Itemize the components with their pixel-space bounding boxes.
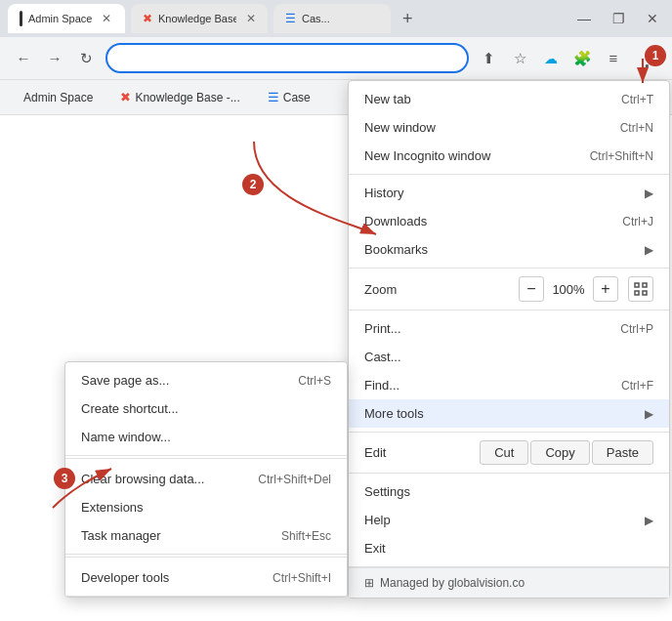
svg-rect-3: [643, 291, 647, 295]
new-tab-button[interactable]: +: [397, 9, 419, 29]
salesforce-icon[interactable]: ☁: [539, 47, 563, 70]
window-controls: — ❐ ✕: [571, 9, 664, 28]
find-item[interactable]: Find... Ctrl+F: [349, 371, 669, 399]
settings-icon-2[interactable]: ≡: [602, 47, 625, 70]
tab-1-title: Admin Space: [28, 13, 92, 24]
extensions-icon[interactable]: 🧩: [570, 47, 594, 70]
extensions-item[interactable]: Extensions: [65, 493, 347, 521]
bookmarks-item[interactable]: Bookmarks ▶: [349, 235, 669, 264]
managed-bar: ⊞ Managed by globalvision.co: [349, 567, 669, 598]
managed-text: Managed by globalvision.co: [380, 576, 525, 590]
downloads-item[interactable]: Downloads Ctrl+J: [349, 207, 669, 235]
menu-section-print: Print... Ctrl+P Cast... Find... Ctrl+F M…: [349, 310, 669, 433]
step-3-indicator: 3: [54, 468, 75, 489]
developer-tools-item[interactable]: Developer tools Ctrl+Shift+I: [65, 563, 347, 592]
zoom-in-button[interactable]: +: [593, 276, 618, 302]
menu-section-new: New tab Ctrl+T New window Ctrl+N New Inc…: [349, 81, 669, 175]
edit-row: Edit Cut Copy Paste: [349, 436, 669, 469]
step-1-indicator: 1: [645, 45, 666, 66]
separator-1: [65, 458, 347, 459]
cast-item[interactable]: Cast...: [349, 343, 669, 371]
svg-rect-0: [635, 283, 639, 287]
more-tools-section-2: Clear browsing data... Ctrl+Shift+Del Ex…: [65, 461, 347, 555]
knowledge-base-label: Knowledge Base -...: [135, 91, 239, 104]
address-bar: ← → ↻ ⬆ ☆ ☁ 🧩 ≡ ⋮ 1: [0, 37, 672, 80]
bookmark-icon[interactable]: ☆: [508, 47, 531, 70]
toolbar-right: ⬆ ☆ ☁ 🧩 ≡: [477, 47, 625, 70]
new-window-item[interactable]: New window Ctrl+N: [349, 113, 669, 142]
create-shortcut-item[interactable]: Create shortcut...: [65, 394, 347, 423]
help-item[interactable]: Help ▶: [349, 506, 669, 534]
zoom-out-button[interactable]: −: [519, 276, 544, 302]
step-2-indicator: 2: [242, 174, 264, 195]
new-tab-item[interactable]: New tab Ctrl+T: [349, 85, 669, 113]
paste-button[interactable]: Paste: [592, 440, 653, 465]
more-tools-item[interactable]: More tools ▶: [349, 399, 669, 428]
tab-2-title: Knowledge Base -...: [158, 13, 236, 24]
cut-button[interactable]: Cut: [480, 440, 528, 465]
back-button[interactable]: ←: [12, 47, 35, 70]
svg-rect-2: [635, 291, 639, 295]
tab-1[interactable]: Admin Space ✕: [8, 4, 125, 33]
managed-icon: ⊞: [364, 576, 374, 590]
case-icon: ☰: [268, 90, 279, 104]
task-manager-item[interactable]: Task manager Shift+Esc: [65, 521, 347, 550]
separator-2: [65, 557, 347, 558]
tab-2-icon: ✖: [143, 12, 152, 25]
admin-space-label: Admin Space: [23, 91, 93, 104]
share-icon[interactable]: ⬆: [477, 47, 500, 70]
close-button[interactable]: ✕: [641, 9, 664, 28]
admin-space-tab[interactable]: Admin Space: [12, 85, 105, 110]
zoom-controls: − 100% +: [519, 276, 653, 302]
forward-button[interactable]: →: [43, 47, 66, 70]
kb-close-icon: ✖: [120, 90, 131, 104]
minimize-button[interactable]: —: [571, 9, 597, 28]
more-tools-menu: Save page as... Ctrl+S Create shortcut..…: [64, 361, 348, 598]
menu-section-settings: Settings Help ▶ Exit: [349, 474, 669, 567]
save-page-item[interactable]: Save page as... Ctrl+S: [65, 366, 347, 394]
clear-browsing-item[interactable]: Clear browsing data... Ctrl+Shift+Del: [65, 465, 347, 493]
name-window-item[interactable]: Name window...: [65, 423, 347, 451]
tab-3-title: Cas...: [302, 13, 330, 24]
print-item[interactable]: Print... Ctrl+P: [349, 314, 669, 343]
more-tools-section-1: Save page as... Ctrl+S Create shortcut..…: [65, 362, 347, 456]
restore-button[interactable]: ❐: [607, 9, 631, 28]
nav-icons: ← → ↻: [12, 47, 98, 70]
menu-section-history: History ▶ Downloads Ctrl+J Bookmarks ▶: [349, 175, 669, 269]
menu-section-zoom: Zoom − 100% +: [349, 269, 669, 310]
address-input[interactable]: [105, 43, 469, 73]
reload-button[interactable]: ↻: [74, 47, 98, 70]
case-tab[interactable]: ☰ Case: [256, 84, 322, 110]
svg-rect-1: [643, 283, 647, 287]
more-tools-section-3: Developer tools Ctrl+Shift+I: [65, 559, 347, 597]
history-item[interactable]: History ▶: [349, 179, 669, 207]
zoom-row: Zoom − 100% +: [349, 272, 669, 306]
tab-3[interactable]: ☰ Cas...: [273, 4, 391, 33]
new-incognito-item[interactable]: New Incognito window Ctrl+Shift+N: [349, 142, 669, 170]
knowledge-base-tab[interactable]: ✖ Knowledge Base -...: [108, 84, 251, 110]
zoom-value: 100%: [550, 282, 587, 297]
fullscreen-button[interactable]: [628, 276, 653, 302]
settings-item[interactable]: Settings: [349, 477, 669, 506]
tab-3-icon: ☰: [285, 12, 296, 25]
tab-2-close[interactable]: ✕: [246, 12, 256, 25]
titlebar: Admin Space ✕ ✖ Knowledge Base -... ✕ ☰ …: [0, 0, 672, 37]
tab-1-close[interactable]: ✕: [102, 12, 111, 25]
menu-section-edit: Edit Cut Copy Paste: [349, 433, 669, 474]
copy-button[interactable]: Copy: [530, 440, 589, 465]
chrome-menu: New tab Ctrl+T New window Ctrl+N New Inc…: [348, 80, 670, 599]
tab-active-bar: [20, 11, 22, 26]
case-label: Case: [283, 91, 311, 104]
tab-2[interactable]: ✖ Knowledge Base -... ✕: [131, 4, 268, 33]
exit-item[interactable]: Exit: [349, 534, 669, 562]
edit-buttons: Cut Copy Paste: [480, 440, 653, 465]
